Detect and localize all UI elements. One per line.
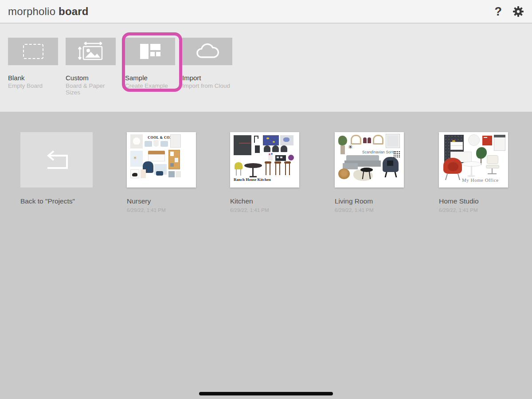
collage-vase	[268, 154, 273, 160]
gear-icon[interactable]	[512, 6, 524, 17]
collage-cabinet	[234, 135, 251, 155]
home-indicator[interactable]	[199, 392, 333, 395]
collage-detail	[133, 137, 140, 145]
collage-bear	[132, 173, 137, 176]
collage-detail	[484, 137, 487, 138]
collage-stool-leg	[289, 164, 290, 175]
logo-primary: morpholio	[8, 5, 55, 17]
collage-detail	[280, 156, 282, 158]
collage-yellow-chair	[235, 162, 243, 169]
collage-detail	[239, 143, 250, 144]
custom-size-icon	[77, 42, 105, 61]
help-icon[interactable]: ?	[495, 6, 502, 18]
collage-bed	[148, 154, 165, 161]
sample-layout-icon	[140, 44, 160, 59]
collage-detail	[283, 137, 289, 142]
template-label: Sample	[125, 74, 175, 82]
cloud-icon	[195, 43, 220, 60]
collage-detail	[273, 141, 275, 143]
collage-dot-grid	[393, 151, 400, 158]
board-thumbnail[interactable]: COOL & COZY ✶	[127, 132, 196, 188]
collage-pendant	[272, 145, 279, 152]
collage-purple-dot	[288, 155, 294, 160]
collage-bed-headboard	[148, 151, 165, 154]
template-import[interactable]: Import Import from Cloud	[182, 38, 232, 89]
board-name: Kitchen	[230, 197, 299, 205]
board-name: Nursery	[127, 197, 196, 205]
collage-flower	[269, 153, 270, 155]
collage-table-base	[467, 175, 475, 177]
collage-stool-leg	[270, 164, 270, 175]
collage-pillow	[145, 141, 152, 147]
board-caption: Ranch House Kitchen	[234, 177, 271, 182]
blank-board-icon	[23, 44, 43, 59]
board-card-home-studio[interactable]: My Home Office Home Studio 6/29/22, 1:41…	[439, 132, 508, 213]
collage-wood-bowl	[338, 168, 350, 179]
collage-photo	[168, 171, 175, 177]
collage-faucet	[258, 136, 258, 139]
board-timestamp: 6/29/22, 1:41 PM	[335, 207, 404, 213]
collage-plant	[476, 147, 487, 159]
collage-pot	[340, 145, 345, 154]
collage-plant	[338, 136, 347, 145]
collage-pendant	[281, 145, 287, 152]
collage-chair-leg	[385, 172, 387, 177]
collage-detail	[277, 156, 279, 158]
collage-chair-leg	[445, 174, 448, 180]
collage-detail	[266, 137, 269, 139]
collage-chair-leg	[236, 169, 237, 176]
back-tile[interactable]	[20, 132, 93, 188]
collage-chair-base	[488, 173, 497, 174]
collage-office-chair-seat	[486, 165, 499, 168]
collage-wishbone-chair	[373, 135, 383, 145]
return-arrow-icon	[42, 149, 71, 172]
collage-detail	[494, 135, 505, 137]
collage-cushion	[387, 160, 393, 166]
collage-faucet	[254, 136, 255, 143]
template-sublabel: Empty Board	[8, 82, 58, 89]
collage-table-leg	[252, 168, 254, 176]
collage-chair-leg	[458, 174, 460, 180]
collage-ceiling-fan: ✳	[348, 144, 353, 150]
collage-globe-pendant	[468, 134, 480, 146]
app-logo: morpholio board	[8, 5, 89, 18]
template-blank[interactable]: Blank Empty Board	[8, 38, 58, 89]
collage-stool-leg	[275, 164, 276, 175]
board-thumbnail[interactable]: Ranch House Kitchen	[230, 132, 299, 188]
board-card-living-room[interactable]: ✳ Scandinavian SoHo Living Room 6/29/22,…	[335, 132, 404, 213]
collage-shelf-cube	[170, 163, 174, 167]
board-name: Living Room	[335, 197, 404, 205]
board-name: Home Studio	[439, 197, 508, 205]
template-label: Blank	[8, 74, 58, 82]
collage-sketch	[170, 134, 181, 148]
board-grid: Back to "Projects" COOL & COZY ✶	[0, 112, 532, 399]
top-bar: morpholio board ?	[0, 0, 532, 23]
collage-stool-leg	[279, 164, 280, 175]
collage-mirror	[386, 134, 399, 148]
template-custom[interactable]: Custom Board & Paper Sizes	[66, 38, 116, 96]
collage-stool-leg	[285, 164, 286, 175]
collage-table-leg	[471, 166, 472, 176]
collage-shelf-cube	[175, 158, 178, 162]
collage-office-chair-back	[487, 155, 498, 164]
collage-chair-leg	[395, 172, 397, 177]
collage-wishbone-chair	[351, 135, 361, 145]
collage-drawers	[450, 142, 463, 150]
collage-flower	[271, 153, 273, 155]
board-card-kitchen[interactable]: Ranch House Kitchen Kitchen 6/29/22, 1:4…	[230, 132, 299, 213]
template-sample[interactable]: Sample Create Example	[125, 38, 175, 89]
template-sublabel: Board & Paper Sizes	[66, 82, 116, 96]
board-timestamp: 6/29/22, 1:41 PM	[127, 207, 196, 213]
board-thumbnail[interactable]: My Home Office	[439, 132, 508, 188]
collage-chair-leg	[240, 169, 241, 176]
template-sublabel: Create Example	[125, 82, 175, 89]
collage-art	[263, 135, 279, 145]
template-toolbar: Blank Empty Board Custom Board & Paper S…	[0, 23, 532, 112]
board-card-nursery[interactable]: COOL & COZY ✶ Nursery 6/29/22, 1:41 PM	[127, 132, 196, 213]
template-label: Custom	[66, 74, 116, 82]
collage-coffee-table	[360, 168, 373, 172]
back-to-projects-card[interactable]: Back to "Projects"	[20, 132, 93, 205]
collage-deer-art	[141, 169, 146, 178]
board-thumbnail[interactable]: ✳ Scandinavian SoHo	[335, 132, 404, 188]
board-caption: My Home Office	[462, 177, 499, 183]
